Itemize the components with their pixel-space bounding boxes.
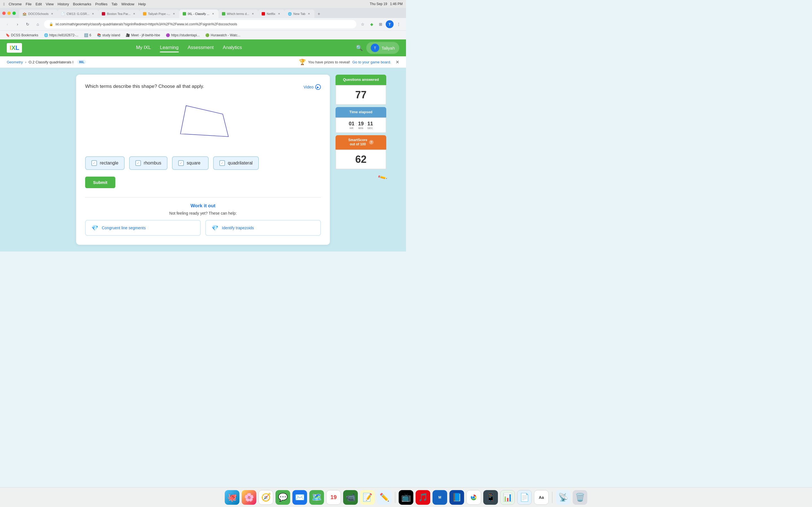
choice-rhombus-label: rhombus — [144, 161, 161, 166]
chrome-menu-button[interactable]: ⋮ — [395, 20, 403, 28]
view-menu[interactable]: View — [46, 2, 54, 6]
nav-assessment[interactable]: Assessment — [188, 44, 214, 52]
home-button[interactable]: ⌂ — [34, 20, 42, 28]
back-button[interactable]: ‹ — [3, 20, 11, 28]
resource-congruent[interactable]: 💎 Congruent line segments — [85, 220, 201, 236]
resource-trapezoids-label: Identify trapezoids — [222, 226, 254, 230]
tab-which[interactable]: Which terms d... ✕ — [218, 10, 258, 18]
choice-quadrilateral[interactable]: ✓ quadrilateral — [213, 156, 259, 170]
svg-marker-0 — [181, 106, 229, 136]
smart-score-label: SmartScore out of 100 — [348, 138, 367, 147]
forward-button[interactable]: › — [13, 20, 21, 28]
tab-boston[interactable]: Boston Tea Par... ✕ — [98, 10, 140, 18]
video-button[interactable]: Video ▶ — [303, 84, 321, 90]
prize-link[interactable]: Go to your game board. — [352, 60, 391, 64]
bookmark-study-island-icon: 📚 — [97, 33, 101, 37]
apple-menu[interactable]:  — [3, 2, 5, 6]
nav-analytics[interactable]: Analytics — [223, 44, 242, 52]
tab-close-ixl[interactable]: ✕ — [211, 12, 215, 16]
new-tab-button[interactable]: ＋ — [314, 10, 323, 18]
extensions-button[interactable]: ⊞ — [377, 20, 385, 28]
bookmark-star-button[interactable]: ☆ — [359, 20, 366, 28]
shape-area — [85, 96, 321, 150]
smart-score-help-button[interactable]: ? — [369, 140, 373, 145]
breadcrumb-geometry-link[interactable]: Geometry — [7, 60, 23, 64]
bookmarks-menu[interactable]: Bookmarks — [73, 2, 91, 6]
stats-panel: Questions answered 77 Time elapsed 01 HR… — [336, 75, 386, 181]
tab-close-newtab[interactable]: ✕ — [307, 12, 311, 16]
breadcrumb: Geometry › O.2 Classify quadrilaterals I… — [7, 60, 86, 64]
app-name[interactable]: Chrome — [9, 2, 22, 6]
chrome-browser: 🏫 DOCOSchools ✕ 📄 CW13: G.GSR... ✕ Bosto… — [0, 8, 406, 40]
diamond-icon-1: 💎 — [91, 224, 98, 231]
main-content: Which terms describe this shape? Choose … — [0, 68, 406, 251]
choice-quadrilateral-label: quadrilateral — [228, 161, 253, 166]
tab-netflix[interactable]: Netflix ✕ — [258, 10, 285, 18]
level-badge: 86L — [77, 60, 86, 64]
minimize-window-button[interactable] — [7, 11, 11, 15]
profile-button[interactable]: T — [386, 20, 394, 28]
ixl-logo[interactable]: IXL — [7, 43, 22, 53]
bookmark-study-island[interactable]: 📚 study island — [95, 33, 122, 38]
trophy-icon: 🏆 — [299, 59, 306, 65]
tab-newtab[interactable]: 🌐 New Tab ✕ — [285, 10, 315, 18]
profiles-menu[interactable]: Profiles — [95, 2, 107, 6]
bookmark-studentapi[interactable]: 🟣 https://studentapi... — [163, 33, 202, 38]
tab-taliyah[interactable]: Taliyah Pope -... ✕ — [140, 10, 179, 18]
tab-close-taliyah[interactable]: ✕ — [172, 12, 176, 16]
breadcrumb-bar: Geometry › O.2 Classify quadrilaterals I… — [0, 56, 406, 68]
checkbox-quadrilateral[interactable]: ✓ — [219, 160, 225, 166]
reload-button[interactable]: ↻ — [24, 20, 32, 28]
question-area: Which terms describe this shape? Choose … — [76, 75, 330, 245]
close-window-button[interactable] — [2, 11, 6, 15]
tab-close-which[interactable]: ✕ — [251, 12, 255, 16]
user-avatar: T — [371, 44, 379, 52]
bookmark-hurawatch[interactable]: 🟢 Hurawatch - Watc... — [203, 33, 243, 38]
choice-rectangle[interactable]: ✓ rectangle — [85, 156, 124, 170]
bookmark-dcss-icon: 🔖 — [6, 33, 10, 37]
tab-close-netflix[interactable]: ✕ — [277, 12, 281, 16]
video-play-icon: ▶ — [315, 84, 321, 90]
diamond-extensions-button[interactable]: ◆ — [368, 20, 375, 28]
edit-menu[interactable]: Edit — [36, 2, 42, 6]
prize-close-button[interactable]: ✕ — [396, 59, 399, 65]
user-menu-button[interactable]: T Taliyah — [366, 42, 399, 54]
smart-score-value: 62 — [336, 150, 386, 169]
tab-docos[interactable]: 🏫 DOCOSchools ✕ — [19, 10, 57, 18]
choice-rhombus[interactable]: ✓ rhombus — [129, 156, 167, 170]
checkbox-rectangle[interactable]: ✓ — [91, 160, 97, 166]
nav-my-ixl[interactable]: My IXL — [136, 44, 151, 52]
search-icon[interactable]: 🔍 — [356, 45, 363, 51]
answer-choices: ✓ rectangle ✓ rhombus ✓ square ✓ quadril… — [85, 156, 321, 170]
breadcrumb-separator: › — [25, 60, 26, 64]
tab-cw13[interactable]: 📄 CW13: G.GSR... ✕ — [57, 10, 98, 18]
bookmarks-bar: 🔖 DCSS Bookmarks 🌐 https://e8162672-... … — [0, 31, 406, 40]
bookmark-6-icon: 🔢 — [84, 33, 88, 37]
address-bar: ‹ › ↻ ⌂ 🔒 ixl.com/math/geometry/classify… — [0, 18, 406, 31]
history-menu[interactable]: History — [57, 2, 69, 6]
pencil-icon[interactable]: ✏️ — [377, 172, 388, 182]
mac-menu-bar:  Chrome File Edit View History Bookmark… — [0, 0, 406, 8]
window-menu[interactable]: Window — [121, 2, 134, 6]
tab-close-boston[interactable]: ✕ — [132, 12, 136, 16]
tab-close-cw13[interactable]: ✕ — [91, 12, 95, 16]
tab-close-docos[interactable]: ✕ — [50, 12, 54, 16]
work-it-out-title[interactable]: Work it out — [85, 203, 321, 209]
question-header: Which terms describe this shape? Choose … — [85, 83, 321, 90]
tab-menu[interactable]: Tab — [111, 2, 117, 6]
bookmark-e816[interactable]: 🌐 https://e8162672-... — [42, 33, 81, 38]
submit-button[interactable]: Submit — [85, 177, 115, 188]
help-menu[interactable]: Help — [138, 2, 146, 6]
url-bar[interactable]: 🔒 ixl.com/math/geometry/classify-quadril… — [44, 20, 356, 29]
bookmark-dcss[interactable]: 🔖 DCSS Bookmarks — [3, 33, 41, 38]
resource-trapezoids[interactable]: 💎 Identify trapezoids — [205, 220, 321, 236]
checkbox-square[interactable]: ✓ — [178, 160, 184, 166]
file-menu[interactable]: File — [26, 2, 32, 6]
tab-ixl[interactable]: IXL - Classify ... ✕ — [179, 10, 218, 18]
bookmark-6[interactable]: 🔢 6 — [82, 33, 94, 38]
fullscreen-window-button[interactable] — [12, 11, 16, 15]
choice-square[interactable]: ✓ square — [172, 156, 209, 170]
checkbox-rhombus[interactable]: ✓ — [135, 160, 141, 166]
nav-learning[interactable]: Learning — [160, 44, 179, 52]
bookmark-meet[interactable]: 🎥 Meet - jif-bwhb-hbe — [123, 33, 162, 38]
